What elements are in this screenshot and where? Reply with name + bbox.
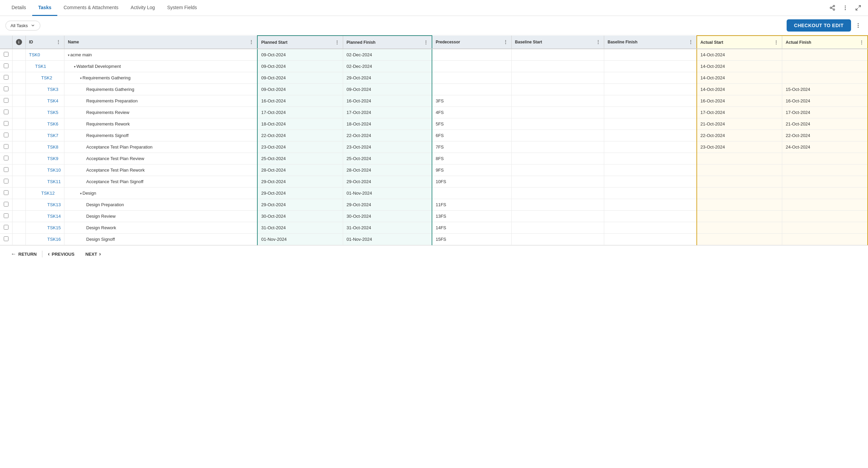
task-link-TSK9[interactable]: TSK9 xyxy=(29,156,59,161)
row-checkbox-TSK12[interactable] xyxy=(0,188,12,199)
tab-details[interactable]: Details xyxy=(5,0,32,16)
checkbox-input-TSK9[interactable] xyxy=(4,156,8,160)
tab-system[interactable]: System Fields xyxy=(161,0,203,16)
row-id-TSK5[interactable]: TSK5 xyxy=(25,107,64,118)
checkbox-input-TSK8[interactable] xyxy=(4,144,8,149)
task-link-TSK7[interactable]: TSK7 xyxy=(29,133,59,138)
row-id-TSK12[interactable]: TSK12 xyxy=(25,188,64,199)
col-menu-baseline-start[interactable]: ⋮ xyxy=(596,39,600,45)
toolbar-more-button[interactable] xyxy=(854,21,863,30)
expand-icon-TSK2[interactable]: ▾ xyxy=(80,76,82,80)
row-id-TSK2[interactable]: TSK2 xyxy=(25,72,64,84)
checkbox-input-TSK10[interactable] xyxy=(4,167,8,172)
checkbox-input-TSK16[interactable] xyxy=(4,236,8,241)
checkbox-input-TSK4[interactable] xyxy=(4,98,8,103)
task-link-TSK13[interactable]: TSK13 xyxy=(29,202,61,207)
row-checkbox-TSK14[interactable] xyxy=(0,211,12,222)
tab-tasks[interactable]: Tasks xyxy=(32,0,58,16)
task-link-TSK0[interactable]: TSK0 xyxy=(29,52,40,57)
checkbox-input-TSK13[interactable] xyxy=(4,202,8,207)
col-menu-planned-start[interactable]: ⋮ xyxy=(335,40,339,45)
checkbox-input-TSK2[interactable] xyxy=(4,75,8,80)
collapse-button[interactable] xyxy=(854,3,863,12)
checkbox-input-TSK7[interactable] xyxy=(4,133,8,137)
task-link-TSK2[interactable]: TSK2 xyxy=(29,75,53,80)
checkout-button[interactable]: CHECKOUT TO EDIT xyxy=(787,19,851,32)
checkbox-input-TSK12[interactable] xyxy=(4,190,8,195)
task-link-TSK5[interactable]: TSK5 xyxy=(29,110,59,115)
col-menu-actual-finish[interactable]: ⋮ xyxy=(859,40,864,45)
row-id-TSK16[interactable]: TSK16 xyxy=(25,234,64,245)
next-button[interactable]: NEXT › xyxy=(80,250,106,258)
row-checkbox-TSK7[interactable] xyxy=(0,130,12,141)
row-id-TSK0[interactable]: TSK0 xyxy=(25,49,64,61)
row-checkbox-TSK6[interactable] xyxy=(0,118,12,130)
col-menu-name[interactable]: ⋮ xyxy=(249,39,254,45)
row-id-TSK3[interactable]: TSK3 xyxy=(25,84,64,95)
row-checkbox-TSK10[interactable] xyxy=(0,164,12,176)
task-link-TSK10[interactable]: TSK10 xyxy=(29,168,61,173)
col-menu-baseline-finish[interactable]: ⋮ xyxy=(688,39,693,45)
row-planned-start-TSK16: 01-Nov-2024 xyxy=(257,234,343,245)
expand-icon-TSK12[interactable]: ▾ xyxy=(80,192,82,195)
row-checkbox-TSK1[interactable] xyxy=(0,61,12,72)
row-id-TSK6[interactable]: TSK6 xyxy=(25,118,64,130)
checkbox-input-TSK0[interactable] xyxy=(4,52,8,57)
row-checkbox-TSK5[interactable] xyxy=(0,107,12,118)
previous-button[interactable]: ‹ PREVIOUS xyxy=(42,250,80,258)
col-menu-actual-start[interactable]: ⋮ xyxy=(774,40,778,45)
row-checkbox-TSK9[interactable] xyxy=(0,153,12,164)
row-checkbox-TSK8[interactable] xyxy=(0,141,12,153)
task-link-TSK16[interactable]: TSK16 xyxy=(29,237,61,242)
checkbox-input-TSK15[interactable] xyxy=(4,225,8,230)
task-link-TSK8[interactable]: TSK8 xyxy=(29,144,59,150)
row-checkbox-TSK0[interactable] xyxy=(0,49,12,61)
row-id-TSK4[interactable]: TSK4 xyxy=(25,95,64,107)
filter-dropdown[interactable]: All Tasks xyxy=(5,21,40,31)
task-link-TSK11[interactable]: TSK11 xyxy=(29,179,61,184)
row-baseline-finish-TSK15 xyxy=(604,222,696,234)
tab-activity[interactable]: Activity Log xyxy=(124,0,161,16)
row-id-TSK8[interactable]: TSK8 xyxy=(25,141,64,153)
share-button[interactable] xyxy=(828,3,837,12)
row-actual-start-TSK0: 14-Oct-2024 xyxy=(697,49,782,61)
col-menu-predecessor[interactable]: ⋮ xyxy=(503,39,508,45)
checkbox-input-TSK11[interactable] xyxy=(4,179,8,183)
row-checkbox-TSK4[interactable] xyxy=(0,95,12,107)
row-id-TSK14[interactable]: TSK14 xyxy=(25,211,64,222)
row-info-TSK10 xyxy=(12,164,25,176)
col-menu-planned-finish[interactable]: ⋮ xyxy=(423,40,428,45)
task-link-TSK15[interactable]: TSK15 xyxy=(29,225,61,230)
row-checkbox-TSK15[interactable] xyxy=(0,222,12,234)
row-id-TSK1[interactable]: TSK1 xyxy=(25,61,64,72)
row-id-TSK7[interactable]: TSK7 xyxy=(25,130,64,141)
tab-comments[interactable]: Comments & Attachments xyxy=(57,0,124,16)
row-id-TSK13[interactable]: TSK13 xyxy=(25,199,64,211)
row-id-TSK10[interactable]: TSK10 xyxy=(25,164,64,176)
task-link-TSK3[interactable]: TSK3 xyxy=(29,87,59,92)
expand-icon-TSK0[interactable]: ▾ xyxy=(68,53,70,57)
task-link-TSK14[interactable]: TSK14 xyxy=(29,214,61,219)
expand-icon-TSK1[interactable]: ▾ xyxy=(74,65,76,69)
row-checkbox-TSK13[interactable] xyxy=(0,199,12,211)
checkbox-input-TSK3[interactable] xyxy=(4,86,8,91)
row-checkbox-TSK16[interactable] xyxy=(0,234,12,245)
task-link-TSK4[interactable]: TSK4 xyxy=(29,98,59,103)
row-id-TSK9[interactable]: TSK9 xyxy=(25,153,64,164)
task-link-TSK6[interactable]: TSK6 xyxy=(29,121,59,126)
row-checkbox-TSK3[interactable] xyxy=(0,84,12,95)
row-id-TSK15[interactable]: TSK15 xyxy=(25,222,64,234)
more-options-button[interactable] xyxy=(841,3,850,12)
task-link-TSK12[interactable]: TSK12 xyxy=(29,191,55,196)
row-actual-start-TSK3: 14-Oct-2024 xyxy=(697,84,782,95)
col-menu-id[interactable]: ⋮ xyxy=(56,39,61,45)
row-checkbox-TSK2[interactable] xyxy=(0,72,12,84)
checkbox-input-TSK14[interactable] xyxy=(4,213,8,218)
return-button[interactable]: ← RETURN xyxy=(5,250,42,258)
task-link-TSK1[interactable]: TSK1 xyxy=(29,64,46,69)
checkbox-input-TSK1[interactable] xyxy=(4,63,8,68)
checkbox-input-TSK5[interactable] xyxy=(4,110,8,114)
row-id-TSK11[interactable]: TSK11 xyxy=(25,176,64,188)
row-checkbox-TSK11[interactable] xyxy=(0,176,12,188)
checkbox-input-TSK6[interactable] xyxy=(4,121,8,126)
